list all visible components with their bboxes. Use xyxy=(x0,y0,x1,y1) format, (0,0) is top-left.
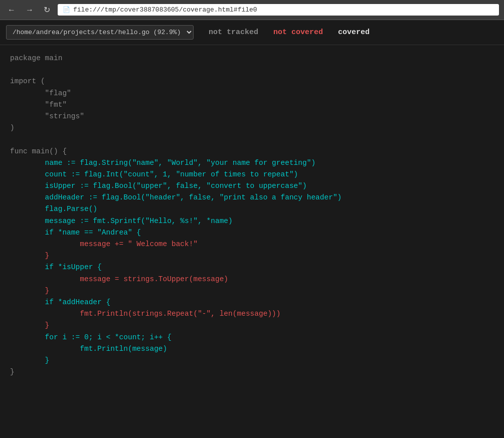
code-line: if *name == "Andrea" { xyxy=(10,229,141,237)
code-line: "flag" xyxy=(10,89,71,97)
code-line: for i := 0; i < *count; i++ { xyxy=(10,333,172,341)
code-line: if *isUpper { xyxy=(10,263,102,271)
code-line: package main xyxy=(10,54,62,62)
url-text: file:///tmp/cover3887083605/coverage.htm… xyxy=(73,6,257,14)
code-line: } xyxy=(10,252,49,260)
code-line: import ( xyxy=(10,77,45,85)
code-line: func main() { xyxy=(10,147,67,155)
browser-chrome: ← → ↻ 📄 file:///tmp/cover3887083605/cove… xyxy=(0,0,504,20)
code-line: "strings" xyxy=(10,112,84,120)
code-line: count := flag.Int("count", 1, "number of… xyxy=(10,170,298,178)
refresh-button[interactable]: ↻ xyxy=(41,4,53,16)
code-line: addHeader := flag.Bool("header", false, … xyxy=(10,193,342,201)
legend-not-covered: not covered xyxy=(273,28,323,37)
code-line: isUpper := flag.Bool("upper", false, "co… xyxy=(10,182,307,190)
code-line: ) xyxy=(10,124,15,132)
forward-button[interactable]: → xyxy=(23,5,36,16)
code-line: fmt.Println(strings.Repeat("-", len(mess… xyxy=(10,310,281,318)
file-select[interactable]: /home/andrea/projects/test/hello.go (92.… xyxy=(6,25,194,40)
code-line: name := flag.String("name", "World", "yo… xyxy=(10,159,315,167)
code-line: } xyxy=(10,321,49,329)
code-line: if *addHeader { xyxy=(10,298,110,306)
page-icon: 📄 xyxy=(63,6,70,14)
code-line: } xyxy=(10,368,15,376)
code-line: "fmt" xyxy=(10,101,67,109)
address-bar[interactable]: 📄 file:///tmp/cover3887083605/coverage.h… xyxy=(58,4,499,16)
code-block: package main import ( "flag" "fmt" "stri… xyxy=(10,53,494,378)
code-line: message := fmt.Sprintf("Hello, %s!", *na… xyxy=(10,217,233,225)
legend-not-tracked: not tracked xyxy=(209,28,258,37)
back-button[interactable]: ← xyxy=(5,5,18,16)
code-area: package main import ( "flag" "fmt" "stri… xyxy=(0,45,504,438)
code-line: } xyxy=(10,287,49,295)
code-line: fmt.Println(message) xyxy=(10,345,167,353)
coverage-header: /home/andrea/projects/test/hello.go (92.… xyxy=(0,20,504,45)
code-line: message = strings.ToUpper(message) xyxy=(10,275,228,283)
code-line: message += " Welcome back!" xyxy=(10,240,198,248)
code-line: } xyxy=(10,356,49,364)
legend-covered: covered xyxy=(338,28,370,37)
code-line: flag.Parse() xyxy=(10,205,97,213)
